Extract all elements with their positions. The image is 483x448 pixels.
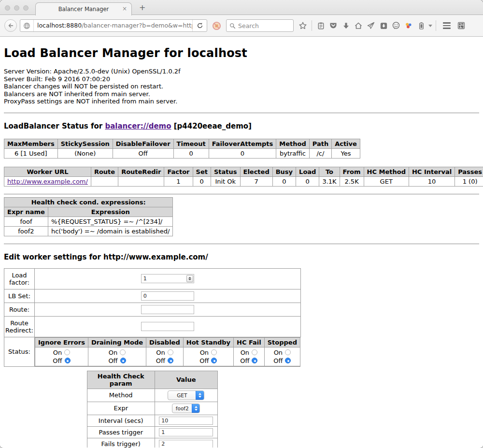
col-passes: Passes: [455, 167, 483, 176]
draining-mode-off-radio[interactable]: [120, 358, 126, 363]
route-redirect-input[interactable]: [141, 322, 194, 331]
url-text[interactable]: localhost:8880/balancer-manager?b=demo&w…: [33, 20, 192, 31]
save-page-button[interactable]: [377, 20, 390, 31]
health-check-table: Health Check param Value Method GET: [87, 371, 218, 448]
extension-battery-button[interactable]: [415, 20, 427, 31]
worker-table: Worker URL Route RouteRedir Factor Set S…: [4, 167, 483, 187]
hc-fails-label: Fails trigger): [87, 438, 155, 448]
status-table: Ignore Errors Draining Mode Disabled Hot…: [35, 337, 300, 366]
window-minimize-button[interactable]: [14, 5, 19, 11]
col-disablefailover: DisableFailover: [113, 139, 173, 148]
expression-row: foof %{REQUEST_STATUS} =~ /^[234]/: [4, 217, 173, 226]
expression-row: foof2 hc('body') =~ /domain is establish…: [4, 226, 173, 236]
send-tab-button[interactable]: [365, 20, 377, 31]
menu-button[interactable]: [440, 20, 453, 31]
hc-method-label: Method: [87, 389, 155, 402]
reading-list-button[interactable]: [314, 20, 327, 31]
hc-interval-input[interactable]: [159, 417, 213, 425]
lb-set-input[interactable]: [141, 291, 194, 301]
back-button[interactable]: [4, 19, 17, 32]
route-input[interactable]: [141, 305, 194, 314]
stopped-off-radio[interactable]: [285, 358, 291, 363]
clipboard-icon: [317, 22, 325, 30]
url-bar[interactable]: localhost:8880/balancer-manager?b=demo&w…: [20, 19, 207, 32]
worker-row: http://www.example.com/ 1 0 Init Ok 7 0 …: [4, 176, 483, 186]
cell-path: /c/: [309, 148, 331, 158]
col-failoverattempts: FailoverAttempts: [209, 139, 276, 148]
ignore-errors-off-radio[interactable]: [65, 358, 71, 363]
cell-hc-method: GET: [364, 176, 409, 186]
col-elected: Elected: [240, 167, 272, 176]
search-bar[interactable]: [226, 19, 294, 32]
hc-expr-label: Expr: [87, 402, 155, 415]
col-stopped: Stopped: [264, 337, 300, 347]
hc-passes-input[interactable]: [159, 428, 213, 436]
number-spinner-icon[interactable]: [186, 275, 193, 282]
hc-interval-label: Interval (secs): [87, 415, 155, 426]
window-zoom-button[interactable]: [23, 5, 28, 11]
hot-standby-on-radio[interactable]: [211, 349, 217, 355]
cell-to: 3.1K: [319, 176, 340, 186]
col-path: Path: [309, 139, 331, 148]
paper-plane-icon: [367, 21, 375, 30]
col-worker-url: Worker URL: [4, 167, 91, 176]
color-dots-icon: [404, 21, 413, 30]
tab-title: Balancer Manager: [58, 6, 109, 13]
on-label: On: [241, 348, 249, 357]
col-draining-mode: Draining Mode: [88, 337, 146, 347]
hc-fail-off-radio[interactable]: [252, 358, 257, 363]
reload-button[interactable]: [192, 20, 207, 31]
notice-line: Balancers are NOT inherited from main se…: [4, 90, 479, 98]
extension-colordots-button[interactable]: [402, 20, 415, 31]
expr-name: foof2: [4, 226, 48, 236]
draining-mode-on-radio[interactable]: [120, 349, 126, 355]
form-row-route-redirect: Route Redirect:: [4, 316, 301, 337]
on-label: On: [274, 348, 283, 357]
divider: [4, 194, 479, 195]
window-close-button[interactable]: [5, 5, 10, 11]
form-row-load-factor: Load factor:: [4, 268, 301, 289]
on-label: On: [156, 348, 165, 357]
feedback-button[interactable]: [390, 20, 402, 31]
disabled-on-radio[interactable]: [168, 349, 173, 355]
home-button[interactable]: [352, 20, 365, 31]
new-tab-button[interactable]: +: [139, 4, 145, 12]
cell-stickysession: (None): [57, 148, 113, 158]
hc-row-passes: Passes trigger: [87, 426, 217, 438]
col-set: Set: [193, 167, 211, 176]
hot-standby-off-radio[interactable]: [211, 358, 217, 363]
chevron-down-icon[interactable]: [428, 25, 432, 27]
bookmark-button[interactable]: [297, 20, 309, 31]
col-timeout: Timeout: [173, 139, 209, 148]
hc-method-select[interactable]: GET: [168, 390, 204, 400]
worker-url-link[interactable]: http://www.example.com/: [7, 178, 88, 185]
col-to: To: [319, 167, 340, 176]
hc-fail-on-radio[interactable]: [252, 349, 257, 355]
form-row-status: Status: Ignore Errors Draining Mode Disa…: [4, 337, 301, 366]
reload-icon: [197, 22, 203, 29]
cell-failoverattempts: 0: [209, 148, 276, 158]
hc-fails-input[interactable]: [159, 440, 213, 448]
stopped-on-radio[interactable]: [285, 349, 291, 355]
extension-grid-button[interactable]: [455, 20, 468, 31]
battery-icon: [417, 22, 426, 30]
hc-expr-select[interactable]: foof2: [172, 404, 200, 413]
ignore-errors-on-radio[interactable]: [64, 349, 70, 355]
pocket-button[interactable]: [327, 20, 340, 31]
disabled-off-radio[interactable]: [168, 358, 173, 363]
browser-tab[interactable]: Balancer Manager ×: [35, 2, 132, 15]
balancer-demo-link[interactable]: balancer://demo: [105, 122, 171, 130]
divider: [4, 113, 479, 114]
notice-line: Balancer changes will NOT be persisted o…: [4, 83, 479, 90]
hc-expr-value: foof2: [172, 404, 192, 413]
adblock-button[interactable]: [210, 20, 223, 31]
on-label: On: [109, 348, 117, 357]
table-header-row: Worker URL Route RouteRedir Factor Set S…: [4, 167, 483, 176]
col-hc-param: Health Check param: [87, 371, 155, 389]
search-input[interactable]: [238, 22, 286, 29]
heading-prefix: LoadBalancer Status for: [4, 122, 105, 130]
back-icon: [7, 22, 14, 29]
col-expr-name: Expr name: [4, 207, 48, 217]
downloads-button[interactable]: [340, 20, 352, 31]
tab-close-icon[interactable]: ×: [122, 5, 127, 12]
